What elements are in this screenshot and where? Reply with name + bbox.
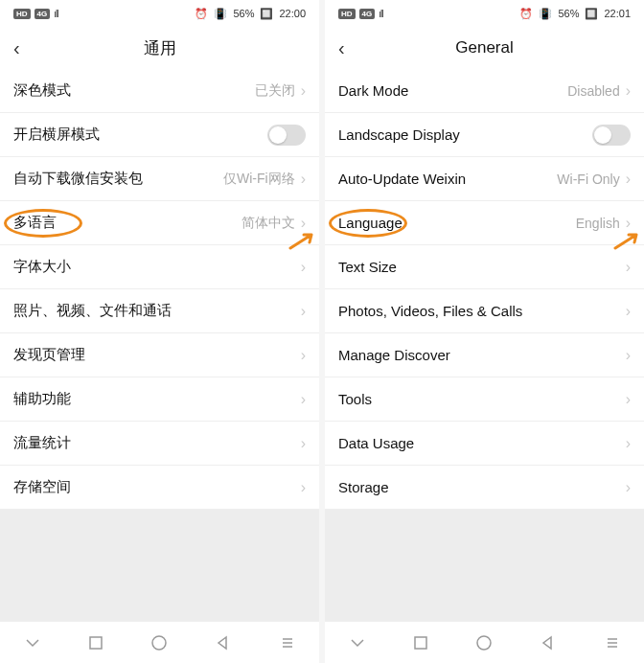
row-value: Wi-Fi Only <box>557 171 619 187</box>
chevron-right-icon: › <box>301 479 306 496</box>
settings-row[interactable]: 自动下载微信安装包仅Wi-Fi网络› <box>0 157 319 201</box>
chevron-right-icon: › <box>626 391 631 408</box>
chevron-right-icon: › <box>626 82 631 100</box>
nav-dropdown-icon[interactable] <box>349 634 366 652</box>
settings-row[interactable]: Manage Discover› <box>325 333 644 377</box>
chevron-right-icon: › <box>626 215 631 232</box>
vibrate-icon: 📳 <box>539 8 552 20</box>
phone-left: HD 4G ıll ⏰ 📳 56% 🔲 22:00 ‹ 通用 深色模式已关闭›开… <box>0 0 319 663</box>
chevron-right-icon: › <box>301 215 306 232</box>
row-right: › <box>626 479 631 496</box>
row-right: › <box>301 479 306 496</box>
nav-back-icon[interactable] <box>540 634 557 652</box>
settings-list: 深色模式已关闭›开启横屏模式自动下载微信安装包仅Wi-Fi网络›多语言简体中文›… <box>0 69 319 510</box>
row-right: Wi-Fi Only› <box>557 171 631 188</box>
nav-back-icon[interactable] <box>215 634 232 652</box>
status-left: HD 4G ıll <box>338 9 382 19</box>
row-label: 多语言 <box>13 214 57 232</box>
chevron-right-icon: › <box>301 391 306 408</box>
row-right: › <box>301 259 306 276</box>
row-label: Storage <box>338 479 389 495</box>
row-label: 自动下载微信安装包 <box>13 170 143 188</box>
svg-rect-2 <box>415 637 426 649</box>
row-right: 简体中文› <box>242 215 306 232</box>
nav-recent-icon[interactable] <box>88 635 104 651</box>
status-right: ⏰ 📳 56% 🔲 22:00 <box>195 8 306 20</box>
settings-row[interactable]: 存储空间› <box>0 466 319 510</box>
toggle-switch[interactable] <box>592 125 631 146</box>
chevron-right-icon: › <box>626 347 631 364</box>
settings-row[interactable]: 多语言简体中文› <box>0 201 319 245</box>
system-navbar <box>0 621 319 663</box>
row-label: Landscape Display <box>338 126 460 143</box>
nav-dropdown-icon[interactable] <box>24 634 41 652</box>
chevron-right-icon: › <box>301 82 306 100</box>
row-right: English› <box>576 215 631 232</box>
system-navbar <box>325 621 644 663</box>
nav-home-icon[interactable] <box>150 634 168 652</box>
svg-point-1 <box>152 636 166 650</box>
row-label: 流量统计 <box>13 434 71 452</box>
row-label: Auto-Update Weixin <box>338 171 466 187</box>
row-right: › <box>301 391 306 408</box>
chevron-right-icon: › <box>301 347 306 364</box>
nav-home-icon[interactable] <box>475 634 493 652</box>
signal-badge: 4G <box>359 9 376 19</box>
row-label: 深色模式 <box>13 81 71 100</box>
row-right: 仅Wi-Fi网络› <box>223 171 306 188</box>
settings-row[interactable]: 开启横屏模式 <box>0 113 319 157</box>
toggle-switch[interactable] <box>267 125 306 146</box>
network-badge: HD <box>338 9 356 19</box>
settings-row[interactable]: Dark ModeDisabled› <box>325 69 644 113</box>
row-label: 字体大小 <box>13 258 71 276</box>
row-value: 已关闭 <box>255 82 295 100</box>
settings-row[interactable]: 发现页管理› <box>0 333 319 377</box>
battery-icon: 🔲 <box>585 8 598 20</box>
battery-text: 56% <box>558 8 579 19</box>
row-right: Disabled› <box>567 82 631 100</box>
spacer <box>0 510 319 621</box>
nav-recent-icon[interactable] <box>413 635 428 651</box>
back-button[interactable]: ‹ <box>338 37 345 59</box>
nav-menu-icon[interactable] <box>279 634 296 652</box>
settings-row[interactable]: Storage› <box>325 466 644 510</box>
status-bar: HD 4G ıll ⏰ 📳 56% 🔲 22:00 <box>0 0 319 27</box>
chevron-right-icon: › <box>301 259 306 276</box>
settings-row[interactable]: Photos, Videos, Files & Calls› <box>325 289 644 333</box>
row-value: 仅Wi-Fi网络 <box>223 171 295 188</box>
settings-row[interactable]: 字体大小› <box>0 245 319 289</box>
row-label: 开启横屏模式 <box>13 126 100 144</box>
row-label: Dark Mode <box>338 82 408 99</box>
settings-row[interactable]: 深色模式已关闭› <box>0 69 319 113</box>
row-right <box>592 125 631 146</box>
back-button[interactable]: ‹ <box>13 37 20 59</box>
header: ‹ General <box>325 27 644 69</box>
svg-point-3 <box>477 636 491 650</box>
row-right: › <box>626 259 631 276</box>
phone-right: HD 4G ıll ⏰ 📳 56% 🔲 22:01 ‹ General Dark… <box>325 0 644 663</box>
settings-list: Dark ModeDisabled›Landscape DisplayAuto-… <box>325 69 644 510</box>
signal-icon: ıll <box>54 9 58 19</box>
battery-text: 56% <box>233 8 254 19</box>
battery-icon: 🔲 <box>260 8 273 20</box>
nav-menu-icon[interactable] <box>604 634 621 652</box>
settings-row[interactable]: Data Usage› <box>325 422 644 466</box>
chevron-right-icon: › <box>301 435 306 452</box>
page-title: General <box>325 38 644 57</box>
row-value: 简体中文 <box>242 215 295 232</box>
row-right: › <box>301 435 306 452</box>
settings-row[interactable]: 照片、视频、文件和通话› <box>0 289 319 333</box>
settings-row[interactable]: Auto-Update WeixinWi-Fi Only› <box>325 157 644 201</box>
row-label: Language <box>338 215 402 231</box>
row-label: 存储空间 <box>13 478 71 496</box>
settings-row[interactable]: 辅助功能› <box>0 377 319 422</box>
settings-row[interactable]: LanguageEnglish› <box>325 201 644 245</box>
signal-badge: 4G <box>34 9 51 19</box>
settings-row[interactable]: Tools› <box>325 377 644 422</box>
row-label: Text Size <box>338 259 397 275</box>
settings-row[interactable]: Text Size› <box>325 245 644 289</box>
settings-row[interactable]: 流量统计› <box>0 422 319 466</box>
settings-row[interactable]: Landscape Display <box>325 113 644 157</box>
row-right: › <box>301 303 306 320</box>
row-label: Manage Discover <box>338 347 450 363</box>
